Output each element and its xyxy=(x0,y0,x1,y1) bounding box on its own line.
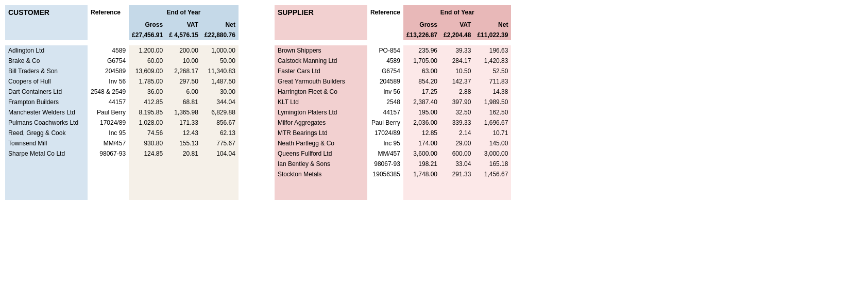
supplier-gross: 854.20 xyxy=(403,76,440,87)
supplier-gross: 235.96 xyxy=(403,45,440,56)
customer-gross: 74.56 xyxy=(129,128,166,138)
customer-gross: 1,785.00 xyxy=(129,76,166,87)
customer-gross-label: Gross xyxy=(129,20,166,30)
customer-name: Sharpe Metal Co Ltd xyxy=(5,148,88,159)
supplier-name: Calstock Manning Ltd xyxy=(275,56,367,66)
customer-empty-row xyxy=(5,179,239,190)
supplier-rows: Brown Shippers PO-854 235.96 39.33 196.6… xyxy=(275,45,512,200)
customer-table: CUSTOMER Reference End of Year Gross VAT… xyxy=(5,5,239,200)
supplier-gross: 195.00 xyxy=(403,107,440,118)
customer-name: Brake & Co xyxy=(5,56,88,66)
customer-name: Manchester Welders Ltd xyxy=(5,107,88,118)
supplier-gross: 12.85 xyxy=(403,128,440,138)
supplier-net: 165.18 xyxy=(474,159,511,169)
supplier-name: Neath Partlegg & Co xyxy=(275,138,367,148)
supplier-net: 196.63 xyxy=(474,45,511,56)
customer-ref: MM/457 xyxy=(88,138,129,148)
supplier-eoy-header: End of Year xyxy=(403,5,512,20)
supplier-vat: 397.90 xyxy=(440,97,474,107)
customer-gross: 8,195.85 xyxy=(129,107,166,118)
supplier-ref: 2548 xyxy=(367,97,403,107)
customer-vat: 200.00 xyxy=(166,45,201,56)
customer-empty-row xyxy=(5,190,239,200)
supplier-total-net: £11,022.39 xyxy=(474,30,511,40)
supplier-vat: 2.88 xyxy=(440,87,474,97)
customer-name: Reed, Gregg & Cook xyxy=(5,128,88,138)
customer-row: Dart Containers Ltd 2548 & 2549 36.00 6.… xyxy=(5,87,239,97)
supplier-table: SUPPLIER Reference End of Year Gross VAT… xyxy=(275,5,512,200)
customer-gross: 36.00 xyxy=(129,87,166,97)
customer-ref: 4589 xyxy=(88,45,129,56)
customer-gross: 930.80 xyxy=(129,138,166,148)
supplier-row: MTR Bearings Ltd 17024/89 12.85 2.14 10.… xyxy=(275,128,512,138)
supplier-net: 145.00 xyxy=(474,138,511,148)
customer-net: 11,340.83 xyxy=(201,66,239,76)
supplier-vat: 10.50 xyxy=(440,66,474,76)
customer-gross: 13,609.00 xyxy=(129,66,166,76)
supplier-vat: 33.04 xyxy=(440,159,474,169)
supplier-ref: G6754 xyxy=(367,66,403,76)
customer-name: Bill Traders & Son xyxy=(5,66,88,76)
supplier-gross: 198.21 xyxy=(403,159,440,169)
supplier-row: Queens Fullford Ltd MM/457 3,600.00 600.… xyxy=(275,148,512,159)
supplier-name: MTR Bearings Ltd xyxy=(275,128,367,138)
customer-ref: 2548 & 2549 xyxy=(88,87,129,97)
customer-ref: 44157 xyxy=(88,97,129,107)
customer-vat: 10.00 xyxy=(166,56,201,66)
supplier-row: Lymington Platers Ltd 44157 195.00 32.50… xyxy=(275,107,512,118)
supplier-gross: 1,705.00 xyxy=(403,56,440,66)
customer-name: Coopers of Hull xyxy=(5,76,88,87)
supplier-net: 1,696.67 xyxy=(474,118,511,128)
supplier-ref: 98067-93 xyxy=(367,159,403,169)
supplier-vat: 291.33 xyxy=(440,169,474,179)
customer-row: Frampton Builders 44157 412.85 68.81 344… xyxy=(5,97,239,107)
supplier-row: Brown Shippers PO-854 235.96 39.33 196.6… xyxy=(275,45,512,56)
customer-row: Pulmans Coachworks Ltd 17024/89 1,028.00… xyxy=(5,118,239,128)
supplier-gross: 63.00 xyxy=(403,66,440,76)
supplier-net: 1,989.50 xyxy=(474,97,511,107)
supplier-vat: 339.33 xyxy=(440,118,474,128)
supplier-gross: 1,748.00 xyxy=(403,169,440,179)
customer-name: Frampton Builders xyxy=(5,97,88,107)
customer-net: 50.00 xyxy=(201,56,239,66)
supplier-vat: 600.00 xyxy=(440,148,474,159)
customer-vat-label: VAT xyxy=(166,20,201,30)
supplier-ref: 19056385 xyxy=(367,169,403,179)
section-divider xyxy=(249,5,264,200)
customer-row: Coopers of Hull Inv 56 1,785.00 297.50 1… xyxy=(5,76,239,87)
customer-ref: 98067-93 xyxy=(88,148,129,159)
supplier-net: 52.50 xyxy=(474,66,511,76)
customer-net-label: Net xyxy=(201,20,239,30)
supplier-empty-row xyxy=(275,179,512,190)
supplier-vat: 32.50 xyxy=(440,107,474,118)
supplier-gross: 2,036.00 xyxy=(403,118,440,128)
customer-vat: 155.13 xyxy=(166,138,201,148)
customer-ref-header: Reference xyxy=(88,5,129,20)
customer-row: Reed, Gregg & Cook Inc 95 74.56 12.43 62… xyxy=(5,128,239,138)
customer-vat: 12.43 xyxy=(166,128,201,138)
supplier-total-gross: £13,226.87 xyxy=(403,30,440,40)
customer-net: 62.13 xyxy=(201,128,239,138)
customer-ref: Inc 95 xyxy=(88,128,129,138)
customer-name: Adlington Ltd xyxy=(5,45,88,56)
supplier-ref-header: Reference xyxy=(367,5,403,20)
supplier-gross: 174.00 xyxy=(403,138,440,148)
supplier-net-label: Net xyxy=(474,20,511,30)
customer-header: CUSTOMER xyxy=(5,5,88,20)
customer-ref: 17024/89 xyxy=(88,118,129,128)
customer-gross: 1,028.00 xyxy=(129,118,166,128)
customer-ref: G6754 xyxy=(88,56,129,66)
customer-gross: 412.85 xyxy=(129,97,166,107)
supplier-ref: 4589 xyxy=(367,56,403,66)
customer-row: Sharpe Metal Co Ltd 98067-93 124.85 20.8… xyxy=(5,148,239,159)
supplier-empty-row xyxy=(275,190,512,200)
customer-vat: 171.33 xyxy=(166,118,201,128)
supplier-ref: Inv 56 xyxy=(367,87,403,97)
supplier-gross-label: Gross xyxy=(403,20,440,30)
customer-net: 344.04 xyxy=(201,97,239,107)
customer-gross: 60.00 xyxy=(129,56,166,66)
supplier-name: Faster Cars Ltd xyxy=(275,66,367,76)
supplier-row: Stockton Metals 19056385 1,748.00 291.33… xyxy=(275,169,512,179)
customer-net: 1,487.50 xyxy=(201,76,239,87)
customer-rows: Adlington Ltd 4589 1,200.00 200.00 1,000… xyxy=(5,45,239,200)
